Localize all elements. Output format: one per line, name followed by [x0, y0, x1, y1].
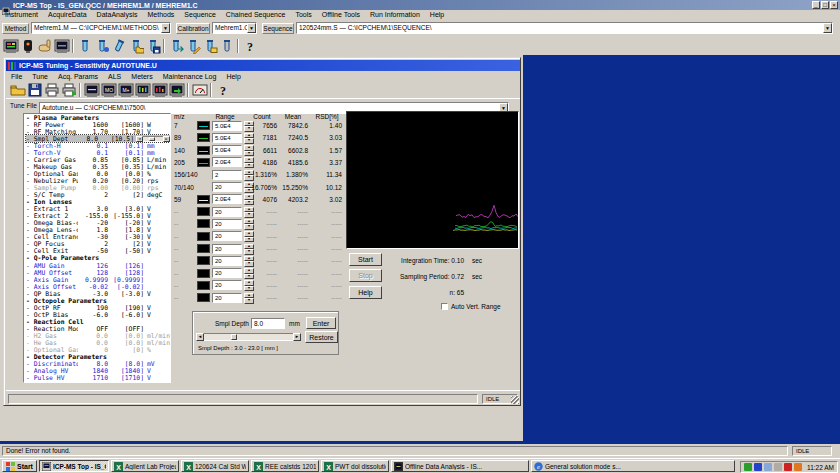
save-tune-file-icon[interactable] [26, 81, 43, 98]
tune-window-icon[interactable] [53, 38, 70, 55]
tray-icon-6[interactable] [794, 463, 802, 471]
taskbar-task-offline-data-analysis-is[interactable]: Offline Data Analysis - IS... [391, 460, 529, 472]
range-input[interactable]: 2.0E4 [212, 194, 242, 204]
tune-menu-als[interactable]: ALS [103, 73, 126, 80]
help-icon[interactable]: ? [241, 38, 258, 55]
range-input[interactable]: 20 [212, 256, 242, 266]
range-input[interactable]: 20 [212, 182, 242, 192]
tune-menu-acq-params[interactable]: Acq. Params [53, 73, 103, 80]
range-input[interactable]: 20 [212, 268, 242, 278]
main-menu-help[interactable]: Help [425, 11, 449, 18]
auto-vert-range-checkbox[interactable] [441, 303, 448, 310]
range-input[interactable]: 5.0E4 [212, 133, 242, 143]
run-method-icon[interactable] [76, 38, 93, 55]
tune-menu-tune[interactable]: Tune [27, 73, 53, 80]
main-menu-instrument[interactable]: Instrument [0, 11, 43, 18]
main-menu-tools[interactable]: Tools [290, 11, 316, 18]
signal-trace-display [346, 111, 519, 249]
background-monitor-icon[interactable] [151, 81, 168, 98]
calibration-combo[interactable]: Mehrem1.C —▼ [212, 22, 257, 34]
tray-icon-4[interactable] [774, 463, 782, 471]
sensitivity-monitor-icon[interactable] [83, 81, 100, 98]
calibration-dropdown-icon[interactable]: ▼ [247, 23, 256, 33]
edit-sample-log-icon[interactable] [184, 38, 201, 55]
maximize-button[interactable]: □ [821, 1, 829, 9]
archive-run-icon[interactable] [218, 38, 235, 55]
range-input[interactable]: 20 [212, 207, 242, 217]
taskbar-task-120624-cal-std-workshe[interactable]: X120624 Cal Std Workshe... [181, 460, 249, 472]
save-sequence-icon[interactable] [144, 38, 161, 55]
method-dropdown-icon[interactable]: ▼ [161, 23, 170, 33]
main-menu-dataanalysis[interactable]: DataAnalysis [92, 11, 143, 18]
main-menu-offline-tools[interactable]: Offline Tools [317, 11, 365, 18]
open-tune-file-icon[interactable] [9, 81, 26, 98]
print-icon[interactable] [43, 81, 60, 98]
restore-button[interactable]: Restore [305, 331, 338, 343]
main-statusbar: Done! Error not found. IDLE [0, 444, 840, 458]
slider-track[interactable] [143, 136, 163, 142]
count-value: 6611 [247, 147, 277, 154]
tree-item-pulse-hv[interactable]: - Pulse HV1710[1710]V [26, 375, 170, 382]
mass-calibration-icon[interactable]: M+ [117, 81, 134, 98]
queue-sample-icon[interactable] [167, 38, 184, 55]
scroll-left-icon[interactable]: ◄ [196, 333, 204, 341]
resize-grip[interactable] [511, 396, 519, 404]
scrollbar-thumb[interactable] [231, 334, 237, 340]
main-menu-methods[interactable]: Methods [142, 11, 179, 18]
main-window-titlebar[interactable]: ICP-MS Top - IS_GEN.QCC / MEHREM1.M / ME… [0, 0, 840, 10]
tune-menu-file[interactable]: File [6, 73, 27, 80]
sequence-dropdown-icon[interactable]: ▼ [823, 23, 832, 33]
method-combo[interactable]: Mehrem1.M — C:\ICPCHEM\1\METHODS\▼ [31, 22, 171, 34]
tray-icon-3[interactable] [764, 463, 772, 471]
help-icon[interactable]: ? [214, 81, 231, 98]
spectrum-monitor-icon[interactable] [134, 81, 151, 98]
export-run-icon[interactable] [201, 38, 218, 55]
tune-menu-maintenance-log[interactable]: Maintenance Log [158, 73, 222, 80]
tune-menu-help[interactable]: Help [221, 73, 245, 80]
smpl-depth-scrollbar[interactable]: ◄ ► [196, 333, 301, 341]
pause-acquisition-icon[interactable] [110, 38, 127, 55]
taskbar-task-pwt-dol-dissolutions-for-i[interactable]: XPWT dol dissolutions for I... [321, 460, 389, 472]
tune-menu-meters[interactable]: Meters [126, 73, 157, 80]
resolution-axis-icon[interactable]: MO [100, 81, 117, 98]
load-sequence-icon[interactable] [127, 38, 144, 55]
slider-thumb[interactable] [149, 137, 155, 141]
instrument-control-icon[interactable] [2, 38, 19, 55]
tuning-titlebar[interactable]: ICP-MS Tuning - Sensitivity AUTOTUNE.U [6, 60, 520, 71]
start-menu-button[interactable]: Start [2, 460, 37, 472]
taskbar-task-general-solution-mode-s[interactable]: eGeneral solution mode s... [531, 460, 735, 472]
tray-icon-1[interactable] [744, 463, 752, 471]
range-input[interactable]: 20 [212, 219, 242, 229]
close-button[interactable]: × [830, 1, 838, 9]
minimize-button[interactable]: _ [812, 1, 820, 9]
taskbar-task-ree-calstds-1201124-xlsx[interactable]: XREE calstds 1201124.xlsx [251, 460, 319, 472]
sample-introduction-icon[interactable] [36, 38, 53, 55]
run-sequence-icon[interactable] [93, 38, 110, 55]
smpl-depth-input[interactable]: 8.0 [251, 318, 285, 329]
tray-icon-2[interactable] [754, 463, 762, 471]
scrollbar-track[interactable] [204, 333, 293, 341]
meters-icon[interactable] [191, 81, 208, 98]
taskbar-task-icp-ms-top-is-gen-q[interactable]: ICP-MS Top - IS_GEN.Q... [39, 460, 109, 472]
range-input[interactable]: 2.0E4 [212, 157, 242, 167]
range-input[interactable]: 20 [212, 231, 242, 241]
scroll-right-icon[interactable]: ► [293, 333, 301, 341]
sequence-combo[interactable]: 120524mm.S — C:\ICPCHEM\1\SEQUENCE\▼ [296, 22, 833, 34]
range-input[interactable]: 20 [212, 280, 242, 290]
main-menu-sequence[interactable]: Sequence [179, 11, 221, 18]
main-menu-acquiredata[interactable]: AcquireData [43, 11, 92, 18]
main-menu-chained-sequence[interactable]: Chained Sequence [221, 11, 291, 18]
plasma-torch-icon[interactable] [19, 38, 36, 55]
range-input[interactable]: 5.0E4 [212, 121, 242, 131]
range-input[interactable]: 20 [212, 293, 242, 303]
range-input[interactable]: 2 [212, 170, 242, 180]
autotune-icon[interactable] [168, 81, 185, 98]
taskbar-task-agilent-lab-projects-xlsx[interactable]: XAgilent Lab Projects.xlsx [111, 460, 179, 472]
range-input[interactable]: 20 [212, 244, 242, 254]
range-input[interactable]: 5.0E4 [212, 145, 242, 155]
main-menu-run-information[interactable]: Run Information [365, 11, 425, 18]
taskbar-clock[interactable]: 11:22 AM [807, 464, 834, 471]
print-preview-icon[interactable] [60, 81, 77, 98]
tray-icon-5[interactable] [784, 463, 792, 471]
enter-button[interactable]: Enter [306, 317, 336, 329]
